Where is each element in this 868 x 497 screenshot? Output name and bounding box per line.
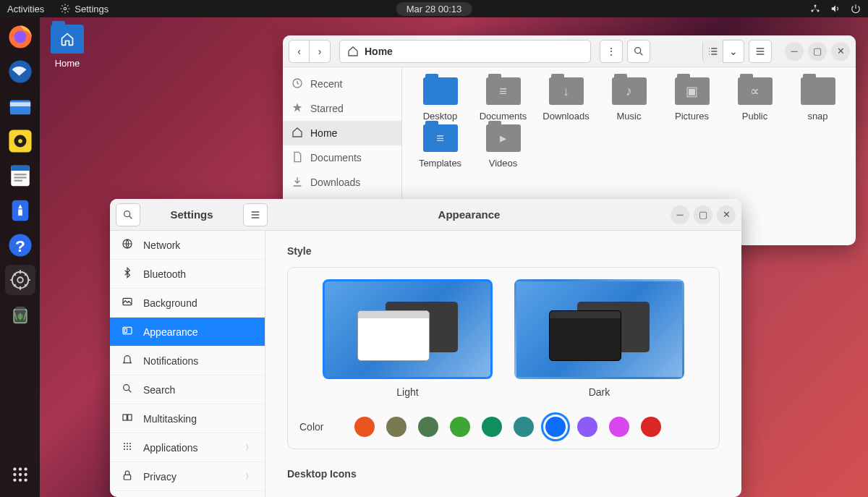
svg-point-25 bbox=[13, 467, 16, 470]
minimize-button[interactable]: ─ bbox=[671, 205, 689, 224]
view-dropdown[interactable]: ⌄ bbox=[723, 40, 744, 63]
back-button[interactable]: ‹ bbox=[289, 40, 310, 63]
search-button[interactable] bbox=[627, 40, 650, 63]
svg-point-24 bbox=[17, 314, 23, 320]
location-bar[interactable]: Home bbox=[339, 40, 591, 63]
color-swatch-3[interactable] bbox=[450, 417, 470, 437]
folder-desktop[interactable]: Desktop bbox=[409, 77, 471, 122]
folder-snap[interactable]: snap bbox=[787, 77, 848, 122]
svg-point-34 bbox=[635, 47, 641, 53]
folder-music[interactable]: ♪Music bbox=[598, 77, 660, 122]
color-swatch-6[interactable] bbox=[545, 417, 566, 437]
files-sidebar-starred[interactable]: Starred bbox=[283, 96, 401, 121]
style-dark[interactable]: Dark bbox=[514, 279, 684, 398]
forward-button[interactable]: › bbox=[310, 40, 330, 63]
settings-item-network[interactable]: Network bbox=[110, 231, 265, 260]
color-swatch-8[interactable] bbox=[609, 417, 629, 437]
files-sidebar-recent[interactable]: Recent bbox=[283, 72, 401, 96]
dock-software[interactable] bbox=[5, 195, 35, 226]
network-icon[interactable] bbox=[810, 4, 820, 14]
dock-writer[interactable] bbox=[5, 161, 35, 191]
files-sidebar-downloads[interactable]: Downloads bbox=[283, 170, 401, 195]
svg-point-27 bbox=[24, 467, 27, 470]
color-swatch-9[interactable] bbox=[641, 417, 661, 437]
svg-rect-8 bbox=[9, 102, 30, 106]
svg-point-30 bbox=[24, 473, 27, 476]
style-card: Light Dark Color bbox=[287, 267, 720, 449]
folder-templates[interactable]: ≡Templates bbox=[409, 124, 471, 169]
volume-icon[interactable] bbox=[830, 4, 841, 14]
svg-rect-13 bbox=[11, 166, 30, 171]
svg-rect-14 bbox=[14, 174, 26, 175]
svg-point-45 bbox=[127, 443, 128, 444]
settings-item-multitasking[interactable]: Multitasking bbox=[110, 404, 265, 433]
folder-downloads[interactable]: ↓Downloads bbox=[535, 77, 597, 122]
color-swatch-1[interactable] bbox=[386, 417, 407, 437]
svg-rect-16 bbox=[14, 180, 22, 182]
dock-help[interactable]: ? bbox=[5, 230, 35, 260]
svg-point-0 bbox=[64, 7, 67, 10]
maximize-button[interactable]: ▢ bbox=[808, 42, 827, 61]
bg-icon bbox=[122, 296, 133, 310]
folder-videos[interactable]: ▸Videos bbox=[472, 124, 534, 169]
dock-trash[interactable] bbox=[5, 300, 35, 330]
files-sidebar-documents[interactable]: Documents bbox=[283, 145, 401, 170]
kebab-menu[interactable]: ⋮ bbox=[600, 40, 623, 63]
globe-icon bbox=[122, 238, 133, 252]
desktop-home-icon[interactable]: Home bbox=[51, 25, 84, 69]
maximize-button[interactable]: ▢ bbox=[694, 205, 712, 224]
search-icon bbox=[122, 383, 133, 396]
dark-thumbnail bbox=[514, 279, 684, 379]
list-view-button[interactable] bbox=[703, 40, 723, 63]
color-swatch-5[interactable] bbox=[514, 417, 534, 437]
settings-item-background[interactable]: Background bbox=[110, 289, 265, 318]
color-row: Color bbox=[299, 411, 707, 437]
clock-icon bbox=[292, 77, 303, 91]
color-swatch-4[interactable] bbox=[482, 417, 502, 437]
nav-back-forward: ‹ › bbox=[289, 40, 331, 63]
minimize-button[interactable]: ─ bbox=[785, 42, 804, 61]
color-swatch-2[interactable] bbox=[418, 417, 438, 437]
svg-point-20 bbox=[17, 277, 23, 283]
app-menu[interactable]: Settings bbox=[60, 4, 109, 14]
gear-icon bbox=[60, 4, 70, 14]
svg-point-5 bbox=[14, 31, 26, 43]
dock-settings[interactable] bbox=[5, 265, 35, 295]
settings-item-search[interactable]: Search bbox=[110, 375, 265, 404]
app-icon bbox=[122, 325, 133, 339]
power-icon[interactable] bbox=[851, 4, 861, 14]
settings-item-privacy[interactable]: Privacy〉 bbox=[110, 462, 265, 491]
search-icon bbox=[633, 46, 644, 57]
close-button[interactable]: ✕ bbox=[831, 42, 850, 61]
settings-item-notifications[interactable]: Notifications bbox=[110, 347, 265, 375]
clock[interactable]: Mar 28 00:13 bbox=[396, 2, 472, 16]
style-heading: Style bbox=[287, 245, 720, 257]
settings-item-applications[interactable]: Applications〉 bbox=[110, 433, 265, 462]
activities-button[interactable]: Activities bbox=[7, 4, 44, 14]
hamburger-menu[interactable] bbox=[749, 40, 772, 63]
folder-documents[interactable]: ≡Documents bbox=[472, 77, 534, 122]
doc-icon bbox=[292, 151, 303, 165]
settings-search-button[interactable] bbox=[116, 203, 140, 226]
svg-point-31 bbox=[13, 478, 16, 481]
home-icon bbox=[347, 46, 359, 57]
folder-public[interactable]: ∝Public bbox=[724, 77, 786, 122]
dock-rhythmbox[interactable] bbox=[5, 126, 35, 156]
settings-item-appearance[interactable]: Appearance bbox=[110, 318, 265, 347]
dock-apps-grid[interactable] bbox=[5, 459, 35, 490]
svg-point-33 bbox=[24, 478, 27, 481]
close-button[interactable]: ✕ bbox=[717, 205, 736, 224]
settings-hamburger[interactable] bbox=[243, 203, 268, 226]
color-swatch-0[interactable] bbox=[354, 417, 375, 437]
dock-firefox[interactable] bbox=[5, 22, 35, 52]
star-icon bbox=[292, 102, 303, 116]
files-sidebar-home[interactable]: Home bbox=[283, 121, 401, 145]
color-swatch-7[interactable] bbox=[577, 417, 597, 437]
svg-rect-15 bbox=[14, 177, 26, 178]
folder-pictures[interactable]: ▣Pictures bbox=[661, 77, 723, 122]
dock-thunderbird[interactable] bbox=[5, 56, 35, 87]
svg-point-49 bbox=[129, 446, 131, 447]
dock-files[interactable] bbox=[5, 91, 35, 122]
settings-item-bluetooth[interactable]: Bluetooth bbox=[110, 260, 265, 289]
style-light[interactable]: Light bbox=[323, 279, 493, 398]
